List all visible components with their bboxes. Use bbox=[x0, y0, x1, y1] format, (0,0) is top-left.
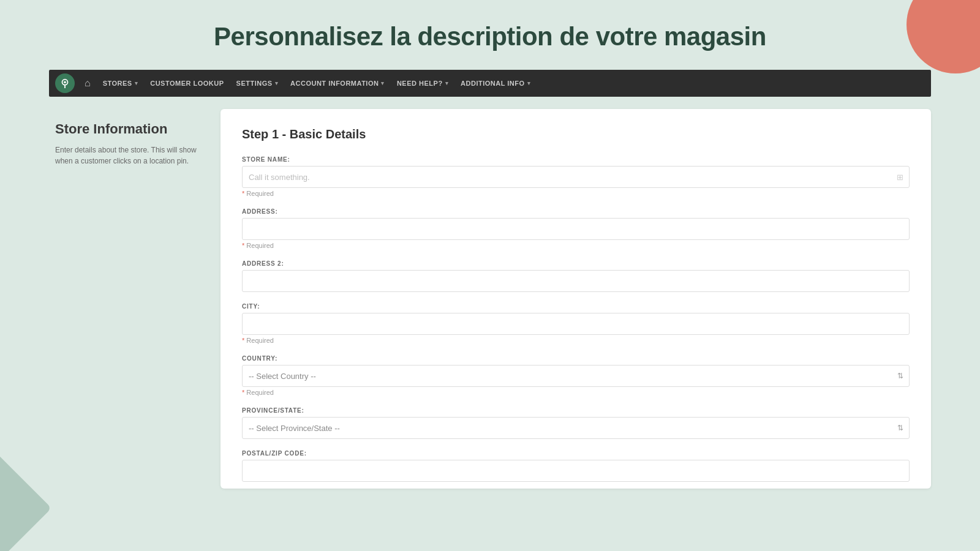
left-panel: Store Information Enter details about th… bbox=[49, 109, 221, 489]
navbar-item-account-information[interactable]: ACCOUNT INFORMATION ▾ bbox=[284, 70, 391, 97]
hero-title: Personnalisez la description de votre ma… bbox=[0, 0, 980, 70]
address-input[interactable] bbox=[242, 218, 910, 240]
address2-label: ADDRESS 2: bbox=[242, 260, 910, 267]
logo-icon bbox=[59, 78, 70, 89]
store-name-icon: ⊞ bbox=[897, 173, 903, 182]
postal-group: POSTAL/ZIP CODE: bbox=[242, 450, 910, 482]
navbar-item-additional-info[interactable]: ADDITIONAL INFO ▾ bbox=[454, 70, 537, 97]
chevron-down-icon: ▾ bbox=[381, 80, 385, 86]
store-name-label: STORE NAME: bbox=[242, 156, 910, 163]
address-group: ADDRESS: Required bbox=[242, 208, 910, 249]
chevron-down-icon: ▾ bbox=[135, 80, 138, 86]
navbar-home-button[interactable]: ⌂ bbox=[78, 78, 97, 89]
country-required: Required bbox=[242, 389, 910, 396]
address-label: ADDRESS: bbox=[242, 208, 910, 215]
address2-group: ADDRESS 2: bbox=[242, 260, 910, 292]
svg-point-1 bbox=[64, 81, 66, 83]
chevron-down-icon: ▾ bbox=[445, 80, 449, 86]
navbar-item-customer-lookup[interactable]: CUSTOMER LOOKUP bbox=[144, 70, 230, 97]
navbar: ⌂ STORES ▾ CUSTOMER LOOKUP SETTINGS ▾ AC… bbox=[49, 70, 931, 97]
store-name-input-wrapper: ⊞ bbox=[242, 166, 910, 188]
address2-input[interactable] bbox=[242, 270, 910, 292]
navbar-item-need-help[interactable]: NEED HELP? ▾ bbox=[391, 70, 454, 97]
city-group: CITY: Required bbox=[242, 303, 910, 344]
address-required: Required bbox=[242, 242, 910, 249]
form-panel: Step 1 - Basic Details STORE NAME: ⊞ Req… bbox=[221, 109, 931, 489]
form-step-title: Step 1 - Basic Details bbox=[242, 127, 910, 141]
postal-input[interactable] bbox=[242, 460, 910, 482]
chevron-down-icon: ▾ bbox=[527, 80, 531, 86]
navbar-logo[interactable] bbox=[55, 73, 75, 93]
country-select[interactable]: -- Select Country -- United States Canad… bbox=[242, 365, 910, 387]
country-group: COUNTRY: -- Select Country -- United Sta… bbox=[242, 355, 910, 396]
province-group: PROVINCE/STATE: -- Select Province/State… bbox=[242, 407, 910, 439]
deco-bottom-left bbox=[0, 448, 51, 551]
postal-label: POSTAL/ZIP CODE: bbox=[242, 450, 910, 457]
city-label: CITY: bbox=[242, 303, 910, 310]
city-required: Required bbox=[242, 337, 910, 344]
left-panel-title: Store Information bbox=[55, 121, 208, 137]
province-select[interactable]: -- Select Province/State -- Ontario Queb… bbox=[242, 417, 910, 439]
navbar-item-stores[interactable]: STORES ▾ bbox=[97, 70, 145, 97]
store-name-group: STORE NAME: ⊞ Required bbox=[242, 156, 910, 197]
country-select-wrapper: -- Select Country -- United States Canad… bbox=[242, 365, 910, 387]
country-label: COUNTRY: bbox=[242, 355, 910, 362]
store-name-required: Required bbox=[242, 190, 910, 197]
navbar-item-settings[interactable]: SETTINGS ▾ bbox=[230, 70, 285, 97]
chevron-down-icon: ▾ bbox=[275, 80, 279, 86]
province-label: PROVINCE/STATE: bbox=[242, 407, 910, 414]
province-select-wrapper: -- Select Province/State -- Ontario Queb… bbox=[242, 417, 910, 439]
main-content: Store Information Enter details about th… bbox=[49, 109, 931, 489]
store-name-input[interactable] bbox=[242, 166, 910, 188]
left-panel-description: Enter details about the store. This will… bbox=[55, 144, 208, 167]
city-input[interactable] bbox=[242, 313, 910, 335]
